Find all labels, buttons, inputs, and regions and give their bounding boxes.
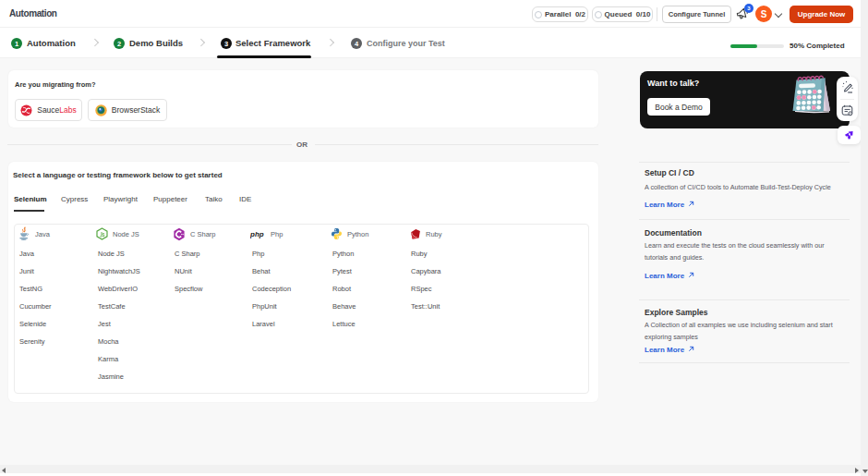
svg-text:php: php bbox=[250, 230, 264, 238]
